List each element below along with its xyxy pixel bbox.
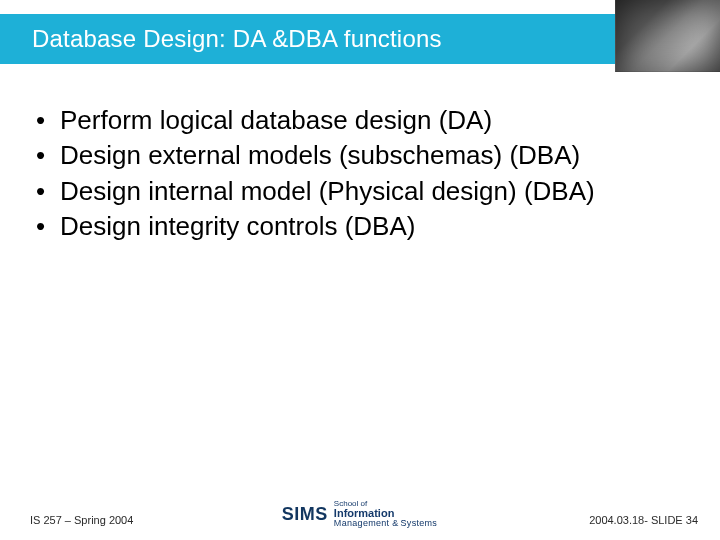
sims-logo-text: School of Information Management &System… bbox=[334, 500, 438, 528]
slide-title: Database Design: DA &DBA functions bbox=[0, 25, 442, 53]
footer-course-label: IS 257 – Spring 2004 bbox=[30, 514, 133, 526]
sims-logo-line3: Management &Systems bbox=[334, 519, 438, 528]
bullet-item: Design internal model (Physical design) … bbox=[36, 175, 684, 208]
title-bar: Database Design: DA &DBA functions bbox=[0, 14, 720, 64]
bullet-list: Perform logical database design (DA) Des… bbox=[36, 104, 684, 243]
bullet-item: Design external models (subschemas) (DBA… bbox=[36, 139, 684, 172]
slide: Database Design: DA &DBA functions Perfo… bbox=[0, 0, 720, 540]
bullet-item: Design integrity controls (DBA) bbox=[36, 210, 684, 243]
slide-body: Perform logical database design (DA) Des… bbox=[36, 104, 684, 245]
sims-logo: SIMS School of Information Management &S… bbox=[282, 500, 438, 528]
bullet-item: Perform logical database design (DA) bbox=[36, 104, 684, 137]
sims-logo-line3-prefix: Management bbox=[334, 518, 390, 528]
corner-decorative-image bbox=[615, 0, 720, 72]
sims-logo-amp: & bbox=[392, 518, 398, 528]
sims-logo-line3-suffix: Systems bbox=[401, 518, 438, 528]
footer-date-slide: 2004.03.18- SLIDE 34 bbox=[589, 514, 698, 526]
sims-logo-mark: SIMS bbox=[282, 504, 328, 525]
footer: IS 257 – Spring 2004 SIMS School of Info… bbox=[0, 502, 720, 530]
